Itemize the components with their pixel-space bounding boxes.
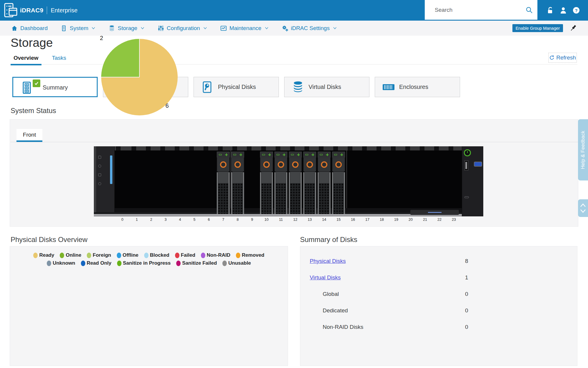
help-icon[interactable]: ? [572,6,580,14]
legend-item-failed: Failed [175,252,195,258]
legend-label: Sanitize Failed [182,260,217,266]
legend-item-unusable: Unusable [222,260,251,266]
settings-icon [282,25,288,32]
page-title: Storage [11,36,53,50]
header-action-icons: ? [538,0,588,21]
system-status-heading: System Status [11,107,56,115]
chevron-down-icon [203,26,207,30]
chevron-down-icon[interactable] [580,209,586,213]
user-icon[interactable] [559,6,567,14]
legend-dot [144,253,149,258]
physical-disks-icon [201,81,214,94]
slot-number-6: 6 [202,218,216,222]
page-tabs: OverviewTasks [11,55,69,65]
enable-group-manager-button[interactable]: Enable Group Manager [512,24,563,32]
nav-item-idrac-settings[interactable]: iDRAC Settings [282,25,337,32]
drive-slot-14 [318,152,331,214]
legend-item-unknown: Unknown [47,260,75,266]
value-non-raid-disks: 0 [465,324,468,330]
chevron-up-icon[interactable] [580,203,586,207]
link-virtual-disks[interactable]: Virtual Disks [310,274,341,281]
card-summary[interactable]: Summary [12,77,98,97]
search-box [425,0,537,20]
legend-item-online: Online [60,252,81,258]
physical-disks-overview-heading: Physical Disks Overview [11,236,87,244]
chassis-left-control-panel [94,146,115,216]
link-physical-disks[interactable]: Physical Disks [310,258,346,264]
physical-disks-overview-panel: ReadyOnlineForeignOfflineBlockedFailedNo… [10,246,288,366]
summary-row-global: Global0 [300,286,578,302]
slot-number-16: 16 [346,218,360,222]
card-label: Summary [43,78,68,97]
brand-divider [47,6,47,14]
chassis-top-rim [115,146,462,150]
legend-dot [236,253,240,258]
vga-port [474,162,482,167]
pin-icon[interactable] [569,24,577,32]
legend-item-removed: Removed [236,252,264,258]
summary-of-disks-panel: Physical Disks8Virtual Disks1Global0Dedi… [300,246,577,366]
legend-label: Failed [181,252,195,258]
nav-item-system[interactable]: System [61,25,96,32]
tab-overview[interactable]: Overview [11,55,41,65]
legend-label: Read Only [87,260,111,266]
chevron-down-icon [91,26,96,30]
slot-number-14: 14 [317,218,331,222]
card-virtual-disks[interactable]: Virtual Disks [284,77,369,97]
nav-item-dashboard[interactable]: Dashboard [11,25,48,32]
legend-item-non-raid: Non-RAID [201,252,230,258]
refresh-label: Refresh [556,54,576,61]
legend-label: Foreign [93,252,111,258]
slot-number-4: 4 [173,218,187,222]
legend-dot [60,253,64,258]
unlock-icon[interactable] [547,6,554,14]
legend-dot [81,261,85,266]
legend-label: Non-RAID [207,252,230,258]
legend-dot [117,261,121,266]
card-enclosures[interactable]: Enclosures [375,77,460,97]
power-button-icon [464,149,471,156]
slot-number-15: 15 [332,218,346,222]
help-feedback-tab[interactable]: Help & Feedback [578,119,588,180]
slot-number-12: 12 [288,218,302,222]
front-view-tab[interactable]: Front [16,129,42,142]
slot-number-7: 7 [216,218,230,222]
legend-dot [117,253,121,258]
nav-item-storage[interactable]: Storage [109,25,145,32]
drive-slot-numbers: 01234567891011121314151617181920212223 [94,218,483,223]
legend-label: Online [66,252,81,258]
legend-label: Sanitize in Progress [123,260,171,266]
tabs-divider [11,64,577,64]
slot-number-3: 3 [159,218,173,222]
label-global: Global [323,291,339,297]
drive-slot-12 [289,152,302,214]
card-label: Physical Disks [218,77,256,97]
legend-item-sanitize-in-progress: Sanitize in Progress [117,260,171,266]
value-dedicated: 0 [465,307,468,314]
system-icon [61,25,67,32]
summary-row-non-raid-disks: Non-RAID Disks0 [300,319,578,335]
virtual-disks-icon [291,81,304,94]
pie-label-ready: 6 [164,102,171,109]
refresh-button[interactable]: Refresh [548,53,577,63]
chevron-down-icon [333,26,337,30]
legend-label: Offline [123,252,139,258]
value-virtual-disks: 1 [465,274,468,281]
nav-item-configuration[interactable]: Configuration [158,25,207,32]
nav-item-label: System [70,25,88,32]
slot-number-5: 5 [187,218,201,222]
value-global: 0 [465,291,468,297]
search-icon[interactable] [526,6,533,14]
home-icon [11,25,18,32]
search-input[interactable] [425,0,522,20]
card-physical-disks[interactable]: Physical Disks [194,77,279,97]
summary-of-disks-heading: Summary of Disks [300,236,357,244]
maintenance-icon [220,25,227,32]
nav-item-label: Storage [118,25,137,32]
slot-number-8: 8 [231,218,245,222]
tab-tasks[interactable]: Tasks [49,55,69,65]
nav-item-label: iDRAC Settings [291,25,330,32]
nav-item-maintenance[interactable]: Maintenance [220,25,269,32]
legend-label: Removed [242,252,264,258]
summary-row-physical-disks: Physical Disks8 [300,253,578,269]
